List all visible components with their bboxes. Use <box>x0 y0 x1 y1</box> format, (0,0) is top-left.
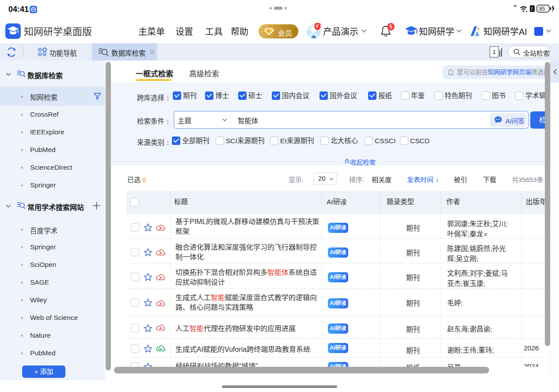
svg-text:!: ! <box>531 7 532 11</box>
svg-text:V: V <box>267 29 270 34</box>
svg-text:V: V <box>316 24 319 29</box>
svg-text:85: 85 <box>539 6 545 12</box>
svg-text:6+: 6+ <box>514 4 517 8</box>
svg-text:XML: XML <box>158 348 163 350</box>
